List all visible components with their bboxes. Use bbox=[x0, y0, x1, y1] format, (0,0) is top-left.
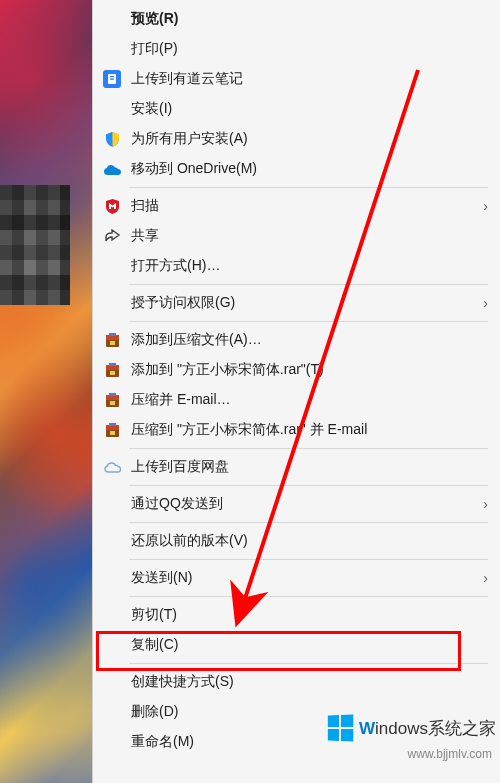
menu-scan[interactable]: 扫描 › bbox=[93, 191, 500, 221]
menu-open-with[interactable]: 打开方式(H)… bbox=[93, 251, 500, 281]
youdao-icon bbox=[101, 68, 123, 90]
mcafee-icon bbox=[101, 195, 123, 217]
separator bbox=[129, 448, 488, 449]
context-menu: 预览(R) 打印(P) 上传到有道云笔记 安装(I) 为所有用户安装(A) 移动… bbox=[92, 0, 500, 783]
svg-rect-6 bbox=[109, 333, 116, 336]
svg-rect-7 bbox=[110, 341, 115, 345]
menu-youdao-upload[interactable]: 上传到有道云笔记 bbox=[93, 64, 500, 94]
shield-icon bbox=[101, 128, 123, 150]
menu-label: 共享 bbox=[131, 227, 488, 245]
menu-label: 上传到百度网盘 bbox=[131, 458, 488, 476]
cloud-icon bbox=[101, 158, 123, 180]
menu-cut[interactable]: 剪切(T) bbox=[93, 600, 500, 630]
svg-rect-3 bbox=[110, 79, 114, 80]
menu-onedrive[interactable]: 移动到 OneDrive(M) bbox=[93, 154, 500, 184]
menu-label: 移动到 OneDrive(M) bbox=[131, 160, 488, 178]
chevron-right-icon: › bbox=[483, 198, 488, 214]
menu-baidu-upload[interactable]: 上传到百度网盘 bbox=[93, 452, 500, 482]
winrar-icon bbox=[101, 359, 123, 381]
svg-rect-18 bbox=[109, 423, 116, 426]
menu-label: 预览(R) bbox=[131, 10, 488, 28]
separator bbox=[129, 559, 488, 560]
desktop-background bbox=[0, 0, 92, 783]
svg-rect-14 bbox=[109, 393, 116, 396]
menu-label: 还原以前的版本(V) bbox=[131, 532, 488, 550]
menu-preview[interactable]: 预览(R) bbox=[93, 4, 500, 34]
menu-label: 打印(P) bbox=[131, 40, 488, 58]
menu-label: 为所有用户安装(A) bbox=[131, 130, 488, 148]
menu-copy[interactable]: 复制(C) bbox=[93, 630, 500, 660]
menu-label: 安装(I) bbox=[131, 100, 488, 118]
menu-qq-send[interactable]: 通过QQ发送到 › bbox=[93, 489, 500, 519]
svg-rect-15 bbox=[110, 401, 115, 405]
menu-share[interactable]: 共享 bbox=[93, 221, 500, 251]
separator bbox=[129, 187, 488, 188]
menu-label: 压缩到 "方正小标宋简体.rar" 并 E-mail bbox=[131, 421, 488, 439]
menu-restore-version[interactable]: 还原以前的版本(V) bbox=[93, 526, 500, 556]
winrar-icon bbox=[101, 419, 123, 441]
menu-label: 上传到有道云笔记 bbox=[131, 70, 488, 88]
svg-rect-2 bbox=[110, 76, 114, 77]
menu-label: 通过QQ发送到 bbox=[131, 495, 483, 513]
menu-label: 授予访问权限(G) bbox=[131, 294, 483, 312]
separator bbox=[129, 485, 488, 486]
separator bbox=[129, 522, 488, 523]
watermark-brand: Windows系统之家 bbox=[327, 715, 496, 741]
winrar-icon bbox=[101, 389, 123, 411]
menu-grant-access[interactable]: 授予访问权限(G) › bbox=[93, 288, 500, 318]
menu-compress-to-email[interactable]: 压缩到 "方正小标宋简体.rar" 并 E-mail bbox=[93, 415, 500, 445]
menu-install-all[interactable]: 为所有用户安装(A) bbox=[93, 124, 500, 154]
menu-install[interactable]: 安装(I) bbox=[93, 94, 500, 124]
menu-send-to[interactable]: 发送到(N) › bbox=[93, 563, 500, 593]
menu-create-shortcut[interactable]: 创建快捷方式(S) bbox=[93, 667, 500, 697]
separator bbox=[129, 321, 488, 322]
svg-rect-19 bbox=[110, 431, 115, 435]
menu-label: 扫描 bbox=[131, 197, 483, 215]
menu-label: 添加到压缩文件(A)… bbox=[131, 331, 488, 349]
menu-label: 发送到(N) bbox=[131, 569, 483, 587]
watermark-url: www.bjjmlv.com bbox=[408, 747, 492, 761]
windows-logo-icon bbox=[328, 714, 353, 741]
menu-label: 创建快捷方式(S) bbox=[131, 673, 488, 691]
menu-compress-email[interactable]: 压缩并 E-mail… bbox=[93, 385, 500, 415]
svg-rect-11 bbox=[110, 371, 115, 375]
pixelated-region bbox=[0, 185, 70, 305]
chevron-right-icon: › bbox=[483, 295, 488, 311]
chevron-right-icon: › bbox=[483, 570, 488, 586]
menu-print[interactable]: 打印(P) bbox=[93, 34, 500, 64]
menu-add-rar[interactable]: 添加到 "方正小标宋简体.rar"(T) bbox=[93, 355, 500, 385]
menu-label: 添加到 "方正小标宋简体.rar"(T) bbox=[131, 361, 488, 379]
chevron-right-icon: › bbox=[483, 496, 488, 512]
share-icon bbox=[101, 225, 123, 247]
svg-rect-10 bbox=[109, 363, 116, 366]
separator bbox=[129, 284, 488, 285]
separator bbox=[129, 663, 488, 664]
menu-label: 复制(C) bbox=[131, 636, 488, 654]
winrar-icon bbox=[101, 329, 123, 351]
baidu-cloud-icon bbox=[101, 456, 123, 478]
menu-label: 打开方式(H)… bbox=[131, 257, 488, 275]
menu-label: 剪切(T) bbox=[131, 606, 488, 624]
menu-add-archive[interactable]: 添加到压缩文件(A)… bbox=[93, 325, 500, 355]
menu-label: 压缩并 E-mail… bbox=[131, 391, 488, 409]
watermark-text: Windows系统之家 bbox=[359, 717, 496, 740]
separator bbox=[129, 596, 488, 597]
